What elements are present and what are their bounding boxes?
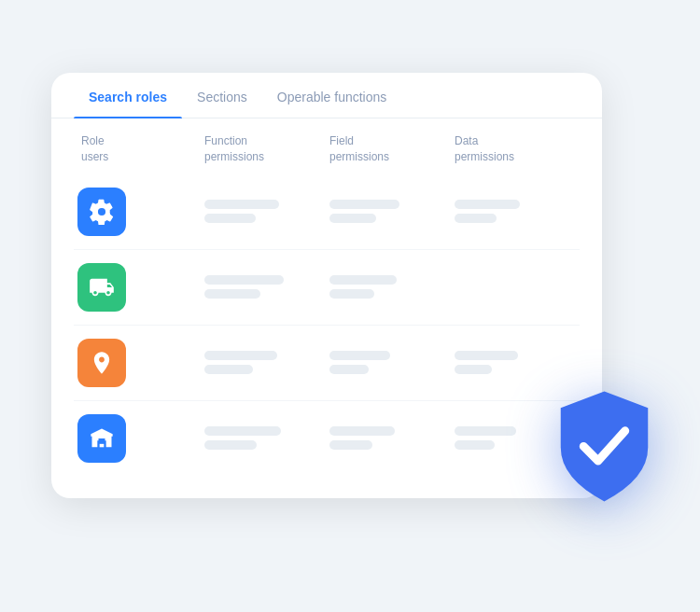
skeleton-field-permissions <box>329 275 455 299</box>
main-card: Search roles Sections Operable functions… <box>51 73 602 498</box>
skeleton-bar <box>204 440 257 450</box>
skeleton-bar <box>204 214 256 223</box>
role-icon-gear <box>77 188 126 236</box>
gear-icon <box>89 199 115 225</box>
skeleton-bar <box>329 365 369 374</box>
th-function-permissions: Functionpermissions <box>204 133 329 165</box>
skeleton-bar <box>329 426 395 436</box>
skeleton-bar <box>455 200 520 209</box>
role-icon-warehouse <box>77 414 126 463</box>
skeleton-bar <box>329 214 376 223</box>
shield-badge <box>551 387 658 507</box>
person-pin-icon <box>89 350 115 376</box>
scene: Search roles Sections Operable functions… <box>51 45 649 567</box>
skeleton-function-permissions <box>204 275 329 299</box>
skeleton-bar <box>329 351 390 360</box>
skeleton-bar <box>455 440 495 450</box>
skeleton-bar <box>204 289 260 299</box>
skeleton-function-permissions <box>204 200 329 223</box>
skeleton-field-permissions <box>329 200 455 223</box>
skeleton-bar <box>455 351 518 360</box>
th-field-permissions: Fieldpermissions <box>329 133 455 165</box>
skeleton-bar <box>455 426 516 436</box>
th-role-users: Roleusers <box>74 133 204 165</box>
table-row <box>74 401 580 476</box>
skeleton-bar <box>204 200 279 209</box>
skeleton-function-permissions <box>204 426 329 450</box>
tab-sections[interactable]: Sections <box>182 73 262 118</box>
truck-icon <box>89 274 115 300</box>
skeleton-function-permissions <box>204 351 329 374</box>
table-header: Roleusers Functionpermissions Fieldpermi… <box>51 118 602 174</box>
role-icon-person-pin <box>77 339 126 387</box>
skeleton-bar <box>329 275 397 285</box>
shield-badge-container <box>551 387 658 507</box>
skeleton-data-permissions <box>455 351 580 374</box>
skeleton-bar <box>204 365 253 374</box>
table-row <box>74 250 580 326</box>
skeleton-bar <box>204 351 277 360</box>
skeleton-bar <box>329 200 399 209</box>
table-row <box>74 326 580 401</box>
skeleton-bar <box>455 214 497 223</box>
table-row <box>74 174 580 250</box>
skeleton-field-permissions <box>329 426 455 450</box>
table-body <box>51 174 602 476</box>
skeleton-bar <box>204 426 281 436</box>
tab-operable-functions[interactable]: Operable functions <box>262 73 402 118</box>
skeleton-bar <box>329 289 374 299</box>
skeleton-field-permissions <box>329 351 455 374</box>
skeleton-bar <box>204 275 284 285</box>
skeleton-bar <box>329 440 372 450</box>
skeleton-bar <box>455 365 492 374</box>
skeleton-data-permissions <box>455 200 580 223</box>
warehouse-icon <box>89 425 115 452</box>
role-icon-truck <box>77 263 126 312</box>
tab-search-roles[interactable]: Search roles <box>74 73 182 118</box>
tabs-bar: Search roles Sections Operable functions <box>51 73 602 118</box>
th-data-permissions: Datapermissions <box>455 133 580 165</box>
